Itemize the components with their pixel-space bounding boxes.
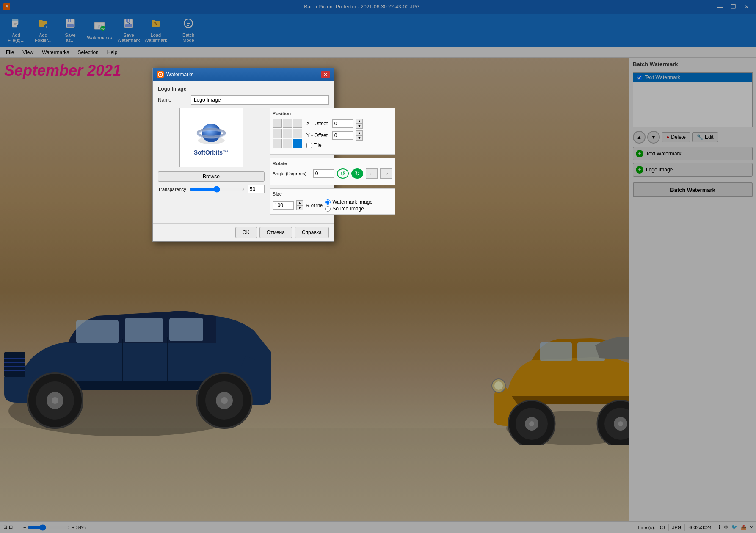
dialog-body: Logo Image Name — [153, 81, 334, 223]
x-offset-input[interactable] — [332, 119, 353, 128]
y-offset-input[interactable] — [332, 131, 353, 140]
size-up[interactable]: ▲ — [296, 200, 303, 205]
name-label: Name — [158, 97, 188, 103]
rotate-section: Rotate Angle (Degrees) ↺ ↻ ← → — [270, 158, 395, 185]
size-label: Size — [273, 191, 392, 196]
softorbits-logo: SoftOrbits™ — [194, 119, 229, 156]
right-column: Position — [270, 108, 395, 218]
tile-checkbox[interactable] — [306, 143, 312, 148]
pos-mid-left[interactable] — [273, 129, 282, 138]
planet-icon — [196, 119, 226, 149]
left-column: SoftOrbits™ Browse Transparency — [158, 108, 265, 218]
size-controls: ▲ ▼ % of the Watermark Image — [273, 199, 392, 212]
y-offset-up[interactable]: ▲ — [356, 130, 363, 135]
dialog-close-button[interactable]: ✕ — [321, 71, 330, 78]
dialog-footer: OK Отмена Справка — [153, 223, 334, 241]
pos-bot-left[interactable] — [273, 139, 282, 148]
ok-button[interactable]: OK — [235, 227, 257, 238]
pos-bot-right[interactable] — [293, 139, 302, 148]
help-button[interactable]: Справка — [295, 227, 329, 238]
softorbits-text: SoftOrbits™ — [194, 149, 229, 156]
name-row: Name — [158, 95, 329, 105]
transparency-label: Transparency — [158, 187, 186, 192]
radio-source-image-label: Source Image — [332, 206, 364, 212]
position-grid — [273, 119, 302, 148]
x-offset-down[interactable]: ▼ — [356, 124, 363, 129]
dialog-app-icon — [157, 71, 164, 78]
rotate-left-button[interactable]: ← — [366, 168, 378, 179]
rotate-controls: Angle (Degrees) ↺ ↻ ← → — [273, 168, 392, 179]
pos-bot-center[interactable] — [283, 139, 292, 148]
transparency-row: Transparency — [158, 185, 265, 193]
logo-preview: SoftOrbits™ — [179, 108, 243, 167]
position-label: Position — [273, 111, 392, 116]
position-section: Position — [270, 108, 395, 155]
svg-point-63 — [160, 74, 161, 75]
watermarks-dialog: Watermarks ✕ Logo Image Name — [152, 68, 334, 242]
radio-source-image: Source Image — [325, 206, 372, 212]
two-column-layout: SoftOrbits™ Browse Transparency Position — [158, 108, 329, 218]
pos-top-left[interactable] — [273, 119, 282, 128]
angle-input[interactable] — [313, 169, 334, 178]
dialog-overlay: Watermarks ✕ Logo Image Name — [0, 0, 756, 533]
svg-point-66 — [202, 124, 221, 142]
angle-label: Angle (Degrees) — [273, 171, 311, 176]
transparency-input[interactable] — [248, 185, 265, 193]
pos-mid-center[interactable] — [283, 129, 292, 138]
cancel-button[interactable]: Отмена — [259, 227, 292, 238]
radio-watermark-image: Watermark Image — [325, 199, 372, 205]
dialog-section-title: Logo Image — [158, 86, 329, 92]
x-offset-up[interactable]: ▲ — [356, 119, 363, 124]
x-offset-row: X - Offset ▲ ▼ — [306, 119, 363, 129]
radio-watermark-image-label: Watermark Image — [332, 199, 372, 205]
name-input[interactable] — [191, 95, 329, 105]
offset-controls: X - Offset ▲ ▼ Y - Offset — [306, 119, 363, 152]
transparency-slider[interactable] — [190, 186, 244, 193]
rotate-label: Rotate — [273, 161, 392, 166]
radio-source-image-input[interactable] — [325, 206, 331, 212]
size-radio-group: Watermark Image Source Image — [325, 199, 372, 212]
rotate-ccw-button[interactable]: ↺ — [337, 168, 349, 179]
pos-mid-right[interactable] — [293, 129, 302, 138]
pos-top-right[interactable] — [293, 119, 302, 128]
tile-row: Tile — [306, 142, 363, 148]
pos-top-center[interactable] — [283, 119, 292, 128]
y-offset-down[interactable]: ▼ — [356, 135, 363, 141]
y-offset-row: Y - Offset ▲ ▼ — [306, 130, 363, 141]
dialog-title: Watermarks — [166, 72, 193, 77]
dialog-titlebar: Watermarks ✕ — [153, 68, 334, 81]
size-input[interactable] — [273, 201, 294, 210]
size-unit: % of the — [306, 203, 323, 208]
x-offset-label: X - Offset — [306, 121, 330, 127]
tile-label: Tile — [314, 142, 322, 148]
y-offset-label: Y - Offset — [306, 133, 330, 138]
size-down[interactable]: ▼ — [296, 205, 303, 210]
rotate-free-button[interactable]: ↻ — [351, 168, 363, 179]
radio-watermark-image-input[interactable] — [325, 199, 331, 205]
rotate-right-button[interactable]: → — [380, 168, 392, 179]
browse-button[interactable]: Browse — [158, 171, 265, 182]
size-section: Size ▲ ▼ % of the Watermark — [270, 188, 395, 215]
